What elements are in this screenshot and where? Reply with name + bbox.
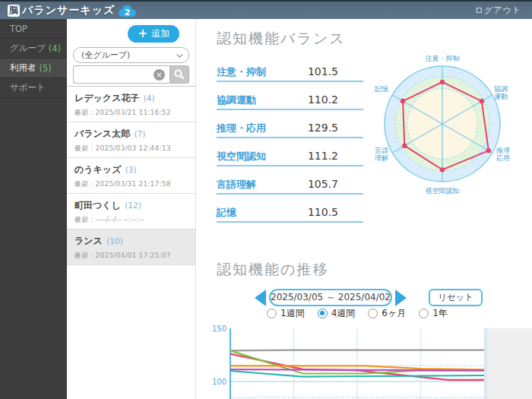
- metric-row: 記憶110.5: [217, 206, 363, 234]
- radio-circle-icon: [368, 309, 378, 318]
- reset-button[interactable]: リセット: [429, 289, 483, 306]
- period-radio-4週間[interactable]: 4週間: [318, 307, 356, 320]
- radar-axis-label: 視空間認知: [426, 187, 460, 195]
- chart-right-gutter: [487, 328, 532, 399]
- radar-data-point: [440, 80, 445, 84]
- metric-label[interactable]: 注意・抑制: [217, 65, 266, 79]
- radio-label: 6ヶ月: [382, 307, 406, 320]
- period-radio-1年[interactable]: 1年: [419, 307, 448, 320]
- sidebar-item-サポート[interactable]: サポート: [0, 78, 67, 98]
- radio-label: 1週間: [280, 307, 305, 320]
- user-list-item[interactable]: 町田つくし (12)最新：----/--/-- --:--:--: [67, 194, 195, 230]
- user-list: レデックス花子 (4)最新：2025/03/21 11:16:52バランス太郎 …: [67, 86, 195, 265]
- app-window: 脳 バランサーキッズ 2 ログアウト TOPグループ(4)利用者(5)サポート …: [0, 0, 532, 399]
- user-panel: + 追加 (全グループ) × レデックス花子 (4)最新：2025/03/21 …: [67, 19, 196, 399]
- radar-data-point: [401, 99, 405, 103]
- metric-value: 110.2: [308, 93, 338, 106]
- radar-axis-label: 言語理解: [374, 147, 388, 162]
- radio-circle-icon: [267, 309, 277, 318]
- trend-section-title: 認知機能の推移: [217, 260, 328, 280]
- sidebar-item-利用者[interactable]: 利用者(5): [0, 59, 67, 78]
- metric-value: 110.5: [308, 206, 338, 218]
- radar-data-point: [402, 143, 407, 147]
- main-content: 認知機能バランス 注意・抑制101.5協調運動110.2推理・応用129.5視空…: [196, 19, 532, 399]
- search-button[interactable]: [169, 65, 189, 84]
- trend-series-記憶: [230, 369, 484, 370]
- user-latest-date: 最新：2025/03/21 11:16:52: [74, 108, 188, 118]
- period-radio-6ヶ月[interactable]: 6ヶ月: [368, 307, 406, 320]
- period-radio-group: 1週間4週間6ヶ月1年: [267, 307, 448, 320]
- radar-data-point: [480, 99, 484, 103]
- radio-label: 1年: [432, 307, 448, 320]
- sidebar-item-グループ[interactable]: グループ(4): [0, 39, 67, 59]
- logout-button[interactable]: ログアウト: [475, 5, 521, 16]
- metric-list: 注意・抑制101.5協調運動110.2推理・応用129.5視空間認知111.2言…: [217, 65, 363, 234]
- radar-data-point: [440, 167, 445, 172]
- radar-axis-label: 記憶: [375, 85, 388, 93]
- logo-brain-icon: 脳: [8, 5, 20, 17]
- magnifier-icon: [173, 68, 185, 81]
- sidebar-item-label: サポート: [10, 82, 46, 93]
- metric-label[interactable]: 言語理解: [217, 178, 256, 192]
- metric-row: 協調運動110.2: [217, 93, 363, 122]
- metric-row: 言語理解105.7: [217, 178, 363, 206]
- sidebar-item-label: TOP: [10, 24, 27, 34]
- logo-cloud-2-icon: 2: [117, 4, 137, 17]
- user-record-count: (12): [122, 201, 141, 210]
- metric-label[interactable]: 記憶: [217, 206, 236, 220]
- user-name: レデックス花子 (4): [74, 92, 188, 105]
- sidebar-item-label: 利用者: [10, 62, 36, 74]
- metric-value: 129.5: [308, 122, 338, 134]
- sidebar-item-count: (4): [49, 43, 61, 54]
- metric-label[interactable]: 推理・応用: [217, 122, 266, 135]
- add-user-button[interactable]: + 追加: [128, 25, 179, 43]
- metric-value: 101.5: [308, 65, 338, 78]
- chevron-down-icon: [176, 51, 182, 57]
- sidebar-nav: TOPグループ(4)利用者(5)サポート: [0, 19, 67, 399]
- radar-axis-label: 協調運動: [494, 85, 508, 100]
- radar-data-point: [486, 148, 491, 153]
- user-record-count: (4): [141, 93, 154, 103]
- user-latest-date: 最新：2025/04/01 17:25:07: [74, 251, 188, 261]
- y-axis-tick-label: 100: [212, 378, 226, 386]
- next-period-arrow[interactable]: [395, 290, 407, 306]
- metric-row: 推理・応用129.5: [217, 122, 363, 150]
- group-filter-select[interactable]: (全グループ): [73, 47, 189, 63]
- cognitive-trend-line-chart: 100150: [196, 323, 532, 399]
- user-name: バランス太郎 (7): [74, 128, 188, 141]
- user-list-item[interactable]: レデックス花子 (4)最新：2025/03/21 11:16:52: [67, 87, 195, 122]
- radio-circle-icon: [318, 309, 328, 318]
- clear-search-icon[interactable]: ×: [154, 69, 165, 81]
- sidebar-item-top[interactable]: TOP: [0, 19, 67, 39]
- period-radio-1週間[interactable]: 1週間: [267, 307, 305, 320]
- user-name: のうキッズ (3): [74, 163, 188, 176]
- metric-row: 視空間認知111.2: [217, 150, 363, 178]
- balance-section-title: 認知機能バランス: [217, 29, 346, 49]
- user-record-count: (7): [131, 129, 145, 138]
- svg-text:2: 2: [125, 8, 131, 17]
- plus-icon: +: [138, 28, 147, 40]
- user-list-item[interactable]: ランス (10)最新：2025/04/01 17:25:07: [67, 230, 195, 265]
- sidebar-item-count: (5): [40, 63, 52, 74]
- metric-label[interactable]: 協調運動: [217, 93, 256, 107]
- user-latest-date: 最新：2025/03/31 21:17:58: [74, 179, 188, 189]
- date-range-display[interactable]: 2025/03/05 ～ 2025/04/02: [269, 289, 392, 306]
- previous-period-arrow[interactable]: [255, 290, 266, 306]
- metric-row: 注意・抑制101.5: [217, 65, 363, 93]
- radio-circle-icon: [419, 309, 429, 318]
- user-record-count: (10): [104, 236, 123, 245]
- user-name: 町田つくし (12): [74, 199, 188, 212]
- metric-value: 111.2: [308, 150, 338, 162]
- user-latest-date: 最新：----/--/-- --:--:--: [74, 215, 188, 225]
- app-logo: 脳 バランサーキッズ 2: [8, 4, 137, 17]
- user-latest-date: 最新：2025/03/03 12:44:13: [74, 144, 188, 154]
- metric-label[interactable]: 視空間認知: [217, 150, 266, 163]
- user-name: ランス (10): [74, 235, 188, 248]
- user-list-item[interactable]: バランス太郎 (7)最新：2025/03/03 12:44:13: [67, 122, 195, 158]
- logo-title: バランサーキッズ: [22, 4, 115, 17]
- search-bar: ×: [73, 65, 189, 84]
- user-record-count: (3): [122, 165, 136, 174]
- user-list-item[interactable]: のうキッズ (3)最新：2025/03/31 21:17:58: [67, 158, 195, 194]
- app-header: 脳 バランサーキッズ 2 ログアウト: [0, 0, 532, 19]
- radio-label: 4週間: [331, 307, 356, 320]
